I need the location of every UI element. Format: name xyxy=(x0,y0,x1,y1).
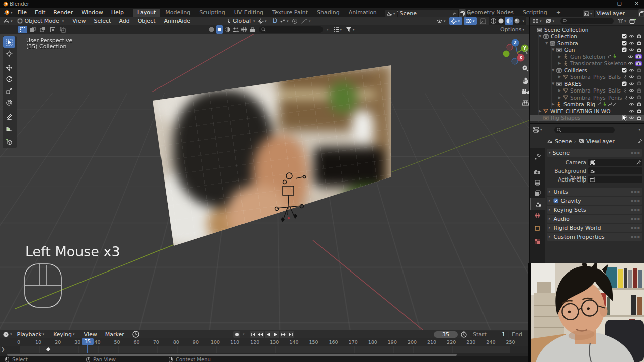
armature-rig[interactable] xyxy=(267,162,313,228)
keyframe-diamond[interactable] xyxy=(46,347,50,351)
workspace-tab-sculpting[interactable]: Sculpting xyxy=(195,9,229,17)
panel-custom-properties[interactable]: ▸Custom Properties▪▪▪ xyxy=(547,233,642,241)
outliner-item-name[interactable]: Sombra_Phys_Balls xyxy=(570,87,621,94)
timeline-menu-playback[interactable]: Playback▾ xyxy=(13,331,50,338)
pivot-point-button[interactable]: ▾ xyxy=(258,18,268,24)
select-box-tool[interactable] xyxy=(3,36,15,48)
properties-editor-type-button[interactable]: ▾ xyxy=(533,127,543,133)
transform-tool[interactable] xyxy=(3,97,15,108)
disclosure-down-icon[interactable]: ▼ xyxy=(539,34,543,38)
hide-eye-icon[interactable] xyxy=(629,102,634,106)
outliner-row-sombra-phys-penis[interactable]: ▶Sombra_Phys_Penis xyxy=(530,94,644,101)
field-input-active-clip[interactable] xyxy=(588,176,642,183)
channel-expand-arrow[interactable]: ❯ xyxy=(1,347,5,352)
outliner-row-colliders[interactable]: ▼Colliders xyxy=(530,67,644,74)
pan-hand-icon[interactable] xyxy=(522,77,529,84)
snap-toggle[interactable] xyxy=(272,18,278,24)
disclosure-right-icon[interactable]: ▶ xyxy=(552,102,556,106)
panel-audio[interactable]: ▸Audio▪▪▪ xyxy=(547,215,642,223)
autokey-clock-icon[interactable] xyxy=(132,331,139,338)
panel-rigid-body-world[interactable]: ▸Rigid Body World▪▪▪ xyxy=(547,224,642,232)
outliner-item-name[interactable]: Sombra_Phys_Balls xyxy=(570,74,621,80)
menu-file[interactable]: File xyxy=(14,9,31,16)
scale-tool[interactable] xyxy=(3,85,15,97)
transform-orientation[interactable]: Global▾ xyxy=(225,18,256,24)
hide-eye-icon[interactable] xyxy=(629,116,634,120)
menu-window[interactable]: Window xyxy=(77,9,107,16)
next-keyframe-button[interactable] xyxy=(280,331,287,338)
blender-menu-icon[interactable] xyxy=(3,9,10,16)
people-filter-icon[interactable] xyxy=(232,27,239,33)
render-camera-icon[interactable] xyxy=(636,75,642,79)
pie-filter-icon[interactable] xyxy=(224,26,231,33)
render-camera-icon[interactable] xyxy=(636,109,642,113)
frame-start-field[interactable]: Start1 xyxy=(470,331,508,338)
gravity-checkbox[interactable] xyxy=(553,198,558,203)
outliner-row-sombra-phys-balls[interactable]: ▶Sombra_Phys_Balls xyxy=(530,74,644,81)
rotate-tool[interactable] xyxy=(3,73,15,85)
outliner-item-name[interactable]: Gun Skeleton xyxy=(570,54,605,60)
pin-icon[interactable] xyxy=(451,11,456,16)
shading-wireframe-button[interactable] xyxy=(490,18,497,24)
menu-help[interactable]: Help xyxy=(107,9,128,16)
render-camera-icon[interactable] xyxy=(636,88,642,93)
viewlayer-browse-button[interactable]: ▾ xyxy=(583,10,594,17)
timeline-menu-view[interactable]: View xyxy=(80,331,101,338)
disclosure-right-icon[interactable]: ▶ xyxy=(558,61,563,65)
viewport-3d[interactable]: User Perspective (35) Collection xyxy=(0,34,529,330)
outliner-item-name[interactable]: Gun xyxy=(564,47,575,53)
select-mode-new-button[interactable] xyxy=(18,26,27,33)
workspace-tab-animation[interactable]: Animation xyxy=(344,9,381,17)
camera-view-icon[interactable] xyxy=(521,89,529,95)
breadcrumb-viewlayer[interactable]: ViewLayer xyxy=(586,138,615,145)
xray-toggle[interactable] xyxy=(478,17,488,25)
hide-eye-icon[interactable] xyxy=(628,61,633,65)
new-collection-button[interactable] xyxy=(629,18,636,24)
close-icon[interactable]: ✕ xyxy=(635,1,639,6)
prev-keyframe-button[interactable] xyxy=(257,331,264,338)
timeline-editor-type-button[interactable]: ▾ xyxy=(3,331,13,338)
outliner-item-name[interactable]: Colliders xyxy=(564,67,587,73)
hide-eye-icon[interactable] xyxy=(629,75,634,79)
outliner-row-gun[interactable]: ▼Gun xyxy=(530,47,644,54)
jump-to-end-button[interactable] xyxy=(287,331,294,338)
disclosure-right-icon[interactable]: ▶ xyxy=(558,88,563,93)
render-camera-icon[interactable] xyxy=(635,61,642,66)
render-camera-icon[interactable] xyxy=(636,41,642,45)
outliner-row-gun-skeleton[interactable]: ▶Gun Skeleton xyxy=(530,53,644,60)
workspace-tab-texture-paint[interactable]: Texture Paint xyxy=(268,9,312,17)
scene-browse-button[interactable]: ▾ xyxy=(385,10,397,17)
viewport-menu-add[interactable]: Add xyxy=(115,18,133,24)
hide-eye-icon[interactable] xyxy=(629,34,634,38)
proportional-falloff-button[interactable]: ▾ xyxy=(301,18,312,24)
hide-eye-icon[interactable] xyxy=(629,88,634,93)
outliner-scene-mode-button[interactable]: ▾ xyxy=(546,19,556,24)
exclude-checkbox[interactable] xyxy=(622,81,627,86)
annotate-tool[interactable] xyxy=(3,111,15,122)
measure-tool[interactable] xyxy=(3,122,15,134)
exclude-checkbox[interactable] xyxy=(622,41,627,46)
viewport-menu-view[interactable]: View xyxy=(68,18,90,24)
viewport-menu-object[interactable]: Object xyxy=(134,18,160,24)
outliner-row-translocator-skeleton[interactable]: ▶Translocator Skeleton xyxy=(530,60,644,67)
proportional-editing-toggle[interactable] xyxy=(292,18,298,24)
disclosure-right-icon[interactable]: ▶ xyxy=(558,55,563,59)
select-mode-subtract-button[interactable] xyxy=(38,26,47,33)
outliner-row-bakes[interactable]: ▼BAKES xyxy=(530,80,644,87)
disclosure-down-icon[interactable]: ▼ xyxy=(552,68,556,72)
workspace-tab-scripting[interactable]: Scripting xyxy=(518,9,552,17)
panel-keying-sets[interactable]: ▸Keying Sets▪▪▪ xyxy=(547,206,642,214)
render-camera-icon[interactable] xyxy=(635,54,642,59)
outliner-row-sombra-phys-balls[interactable]: ▶Sombra_Phys_Balls xyxy=(530,87,644,95)
properties-tab-world[interactable] xyxy=(530,209,545,221)
outliner-item-name[interactable]: Sombra xyxy=(557,40,578,46)
viewlayer-name-field[interactable]: ViewLayer xyxy=(595,10,638,17)
add-cube-tool[interactable] xyxy=(3,136,15,148)
hide-eye-icon[interactable] xyxy=(629,109,634,113)
gizmos-toggle[interactable]: ▾ xyxy=(449,17,462,25)
exclude-checkbox[interactable] xyxy=(622,47,627,52)
cursor-tool[interactable] xyxy=(3,48,15,59)
exclude-checkbox[interactable] xyxy=(622,34,627,39)
disclosure-down-icon[interactable]: ▼ xyxy=(552,48,556,52)
play-reverse-button[interactable] xyxy=(265,331,272,338)
